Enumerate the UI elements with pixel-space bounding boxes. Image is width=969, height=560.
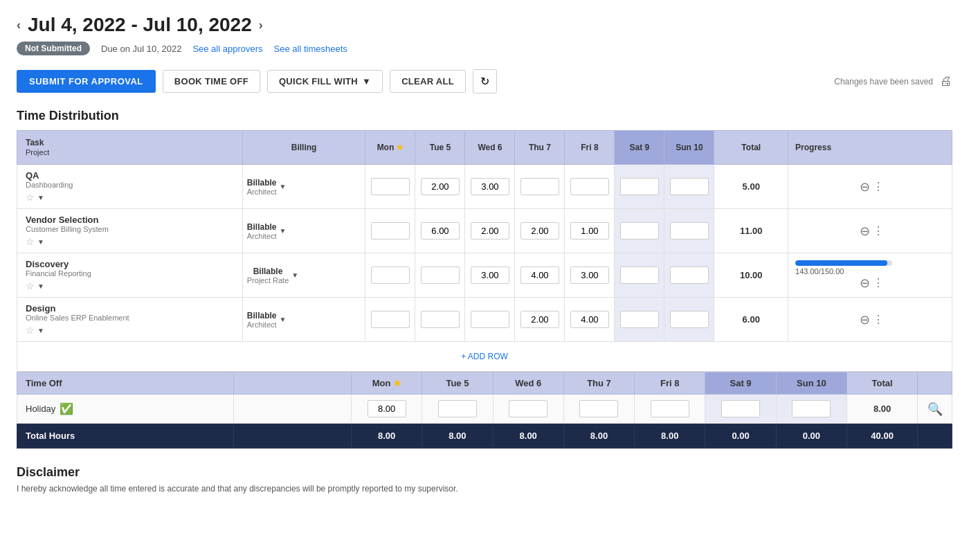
wed-input-0[interactable] bbox=[471, 178, 509, 195]
tue-input-2[interactable] bbox=[421, 267, 460, 284]
tue-cell-3[interactable] bbox=[415, 298, 465, 342]
tue-input-3[interactable] bbox=[421, 311, 460, 328]
holiday-tue-cell[interactable] bbox=[422, 395, 493, 424]
print-icon[interactable]: 🖨 bbox=[940, 74, 952, 89]
mon-cell-0[interactable] bbox=[365, 165, 415, 209]
remove-row-button[interactable]: ⊖ bbox=[860, 312, 870, 327]
holiday-search-cell[interactable]: 🔍 bbox=[918, 395, 952, 424]
mon-cell-2[interactable] bbox=[365, 253, 415, 298]
quick-fill-button[interactable]: QUICK FILL WITH ▼ bbox=[267, 70, 383, 93]
billing-dropdown[interactable]: Billable Project Rate ▼ bbox=[247, 267, 361, 284]
tue-cell-0[interactable] bbox=[415, 165, 465, 209]
holiday-sun-cell[interactable] bbox=[776, 395, 846, 424]
billing-dropdown-icon[interactable]: ▼ bbox=[280, 227, 287, 235]
holiday-mon-cell[interactable] bbox=[352, 395, 422, 424]
holiday-search-icon[interactable]: 🔍 bbox=[927, 402, 943, 416]
fri-cell-1[interactable] bbox=[565, 209, 615, 253]
holiday-sat-input[interactable] bbox=[721, 400, 760, 417]
star-icon[interactable]: ☆ bbox=[26, 325, 35, 336]
sun-input-0[interactable] bbox=[670, 178, 709, 195]
mon-input-1[interactable] bbox=[371, 222, 410, 240]
refresh-button[interactable]: ↻ bbox=[473, 69, 497, 93]
tue-cell-1[interactable] bbox=[415, 209, 465, 253]
clear-all-button[interactable]: CLEAR ALL bbox=[390, 70, 466, 93]
wed-input-3[interactable] bbox=[471, 311, 509, 328]
row-kebab-menu[interactable]: ⋮ bbox=[873, 276, 884, 289]
mon-cell-1[interactable] bbox=[365, 209, 415, 253]
holiday-thu-cell[interactable] bbox=[563, 395, 634, 424]
billing-dropdown-icon[interactable]: ▼ bbox=[291, 271, 298, 279]
star-icon[interactable]: ☆ bbox=[26, 192, 35, 203]
holiday-mon-input[interactable] bbox=[368, 400, 406, 417]
thu-input-0[interactable] bbox=[520, 178, 559, 195]
sun-input-1[interactable] bbox=[670, 222, 709, 240]
wed-cell-3[interactable] bbox=[465, 298, 515, 342]
remove-row-button[interactable]: ⊖ bbox=[860, 276, 870, 291]
sun-input-3[interactable] bbox=[670, 311, 709, 328]
add-row-link[interactable]: + ADD ROW bbox=[453, 347, 516, 365]
submit-for-approval-button[interactable]: SUBMIT FOR APPROVAL bbox=[17, 70, 156, 93]
holiday-sat-cell[interactable] bbox=[705, 395, 776, 424]
wed-input-1[interactable] bbox=[471, 222, 509, 240]
fri-input-1[interactable] bbox=[570, 222, 609, 240]
thu-input-2[interactable] bbox=[520, 267, 559, 284]
task-dropdown-arrow[interactable]: ▼ bbox=[37, 238, 44, 246]
fri-input-3[interactable] bbox=[570, 311, 609, 328]
fri-input-0[interactable] bbox=[570, 178, 609, 195]
task-dropdown-arrow[interactable]: ▼ bbox=[37, 282, 44, 290]
holiday-wed-cell[interactable] bbox=[493, 395, 563, 424]
star-icon[interactable]: ☆ bbox=[26, 280, 35, 291]
sun-cell-2[interactable] bbox=[664, 253, 714, 298]
tue-cell-2[interactable] bbox=[415, 253, 465, 298]
sun-input-2[interactable] bbox=[670, 267, 709, 284]
sat-cell-1[interactable] bbox=[615, 209, 664, 253]
sat-cell-0[interactable] bbox=[615, 165, 664, 209]
sat-input-1[interactable] bbox=[620, 222, 659, 240]
sun-cell-0[interactable] bbox=[664, 165, 714, 209]
thu-input-3[interactable] bbox=[520, 311, 559, 328]
task-dropdown-arrow[interactable]: ▼ bbox=[37, 327, 44, 334]
sat-input-0[interactable] bbox=[620, 178, 659, 195]
billing-dropdown[interactable]: Billable Architect ▼ bbox=[247, 178, 361, 196]
holiday-fri-input[interactable] bbox=[651, 400, 689, 417]
tue-input-0[interactable] bbox=[421, 178, 460, 195]
row-kebab-menu[interactable]: ⋮ bbox=[873, 180, 884, 193]
mon-input-0[interactable] bbox=[371, 178, 410, 195]
holiday-fri-cell[interactable] bbox=[635, 395, 705, 424]
sun-cell-3[interactable] bbox=[664, 298, 714, 342]
see-all-timesheets-link[interactable]: See all timesheets bbox=[274, 44, 347, 54]
fri-cell-2[interactable] bbox=[565, 253, 615, 298]
holiday-thu-input[interactable] bbox=[579, 400, 618, 417]
holiday-sun-input[interactable] bbox=[792, 400, 831, 417]
billing-dropdown-icon[interactable]: ▼ bbox=[280, 316, 287, 323]
fri-input-2[interactable] bbox=[570, 267, 609, 284]
holiday-tue-input[interactable] bbox=[438, 400, 477, 417]
wed-cell-2[interactable] bbox=[465, 253, 515, 298]
mon-cell-3[interactable] bbox=[365, 298, 415, 342]
sun-cell-1[interactable] bbox=[664, 209, 714, 253]
thu-cell-1[interactable] bbox=[515, 209, 565, 253]
billing-dropdown[interactable]: Billable Architect ▼ bbox=[247, 222, 361, 240]
task-dropdown-arrow[interactable]: ▼ bbox=[37, 194, 44, 201]
wed-cell-0[interactable] bbox=[465, 165, 515, 209]
sat-cell-2[interactable] bbox=[615, 253, 664, 298]
sat-input-2[interactable] bbox=[620, 267, 659, 284]
holiday-wed-input[interactable] bbox=[509, 400, 547, 417]
row-kebab-menu[interactable]: ⋮ bbox=[873, 224, 884, 237]
mon-input-2[interactable] bbox=[371, 267, 410, 284]
prev-week-button[interactable]: ‹ bbox=[17, 18, 21, 33]
thu-cell-3[interactable] bbox=[515, 298, 565, 342]
mon-input-3[interactable] bbox=[371, 311, 410, 328]
tue-input-1[interactable] bbox=[421, 222, 460, 240]
book-time-off-button[interactable]: BOOK TIME OFF bbox=[163, 70, 260, 93]
thu-cell-0[interactable] bbox=[515, 165, 565, 209]
wed-input-2[interactable] bbox=[471, 267, 509, 284]
remove-row-button[interactable]: ⊖ bbox=[860, 179, 870, 195]
sat-input-3[interactable] bbox=[620, 311, 659, 328]
next-week-button[interactable]: › bbox=[259, 18, 263, 33]
wed-cell-1[interactable] bbox=[465, 209, 515, 253]
fri-cell-0[interactable] bbox=[565, 165, 615, 209]
thu-cell-2[interactable] bbox=[515, 253, 565, 298]
thu-input-1[interactable] bbox=[520, 222, 559, 240]
fri-cell-3[interactable] bbox=[565, 298, 615, 342]
